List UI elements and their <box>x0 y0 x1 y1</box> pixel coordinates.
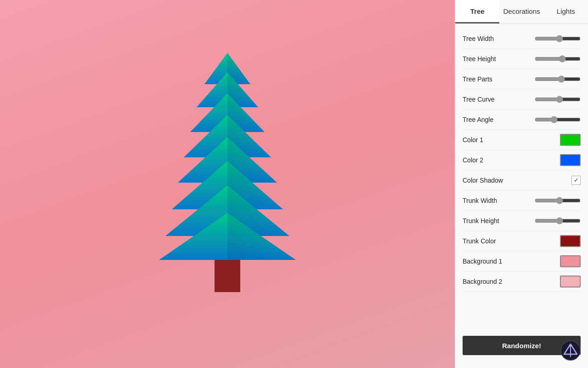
color2-swatch-container <box>560 154 581 166</box>
background1-swatch[interactable] <box>560 255 581 267</box>
svg-rect-16 <box>215 260 240 292</box>
control-color1: Color 1 <box>463 130 581 150</box>
canvas-area <box>0 0 455 368</box>
trunk-color-swatch[interactable] <box>560 235 581 247</box>
label-color-shadow: Color Shadow <box>463 177 503 184</box>
slider-tree-height-container <box>535 55 581 63</box>
slider-tree-width[interactable] <box>535 35 581 42</box>
control-background2: Background 2 <box>463 271 581 292</box>
control-trunk-width: Trunk Width <box>463 190 581 211</box>
label-tree-curve: Tree Curve <box>463 96 495 103</box>
control-color2: Color 2 <box>463 150 581 170</box>
slider-trunk-height[interactable] <box>535 217 581 224</box>
control-trunk-height: Trunk Height <box>463 211 581 231</box>
label-color2: Color 2 <box>463 156 483 164</box>
tab-lights[interactable]: Lights <box>544 0 588 23</box>
checkbox-color-shadow[interactable] <box>571 176 581 185</box>
background2-swatch[interactable] <box>560 276 581 288</box>
label-trunk-width: Trunk Width <box>463 197 497 204</box>
label-trunk-height: Trunk Height <box>463 217 499 224</box>
control-tree-parts: Tree Parts <box>463 69 581 89</box>
slider-tree-angle[interactable] <box>535 116 581 123</box>
slider-trunk-width[interactable] <box>535 197 581 204</box>
label-background1: Background 1 <box>463 258 502 265</box>
control-tree-curve: Tree Curve <box>463 89 581 109</box>
slider-tree-angle-container <box>535 116 581 123</box>
slider-tree-curve[interactable] <box>535 96 581 103</box>
control-color-shadow: Color Shadow <box>463 170 581 190</box>
tab-decorations[interactable]: Decorations <box>499 0 543 23</box>
control-tree-width: Tree Width <box>463 29 581 49</box>
tab-tree[interactable]: Tree <box>455 0 499 23</box>
label-color1: Color 1 <box>463 136 483 144</box>
tree-svg <box>156 48 299 292</box>
control-trunk-color: Trunk Color <box>463 231 581 251</box>
slider-tree-parts[interactable] <box>535 75 581 83</box>
tab-bar: Tree Decorations Lights <box>455 0 588 24</box>
label-tree-angle: Tree Angle <box>463 116 493 123</box>
slider-tree-curve-container <box>535 96 581 103</box>
trunk-color-swatch-container <box>560 235 581 247</box>
slider-tree-height[interactable] <box>535 55 581 63</box>
app-logo <box>560 340 581 361</box>
color2-swatch[interactable] <box>560 154 581 166</box>
label-tree-parts: Tree Parts <box>463 75 492 83</box>
control-background1: Background 1 <box>463 251 581 271</box>
control-tree-height: Tree Height <box>463 49 581 69</box>
controls-area: Tree Width Tree Height Tree Parts Tree C… <box>455 24 588 330</box>
tree-container <box>156 48 299 292</box>
label-tree-height: Tree Height <box>463 55 496 63</box>
control-panel: Tree Decorations Lights Tree Width Tree … <box>455 0 588 368</box>
checkbox-color-shadow-container <box>571 176 581 185</box>
color1-swatch[interactable] <box>560 134 581 146</box>
label-tree-width: Tree Width <box>463 35 494 42</box>
slider-tree-width-container <box>535 35 581 42</box>
background2-swatch-container <box>560 276 581 288</box>
slider-tree-parts-container <box>535 75 581 83</box>
label-background2: Background 2 <box>463 278 502 285</box>
slider-trunk-width-container <box>535 197 581 204</box>
slider-trunk-height-container <box>535 217 581 224</box>
color1-swatch-container <box>560 134 581 146</box>
label-trunk-color: Trunk Color <box>463 237 496 245</box>
control-tree-angle: Tree Angle <box>463 109 581 130</box>
background1-swatch-container <box>560 255 581 267</box>
